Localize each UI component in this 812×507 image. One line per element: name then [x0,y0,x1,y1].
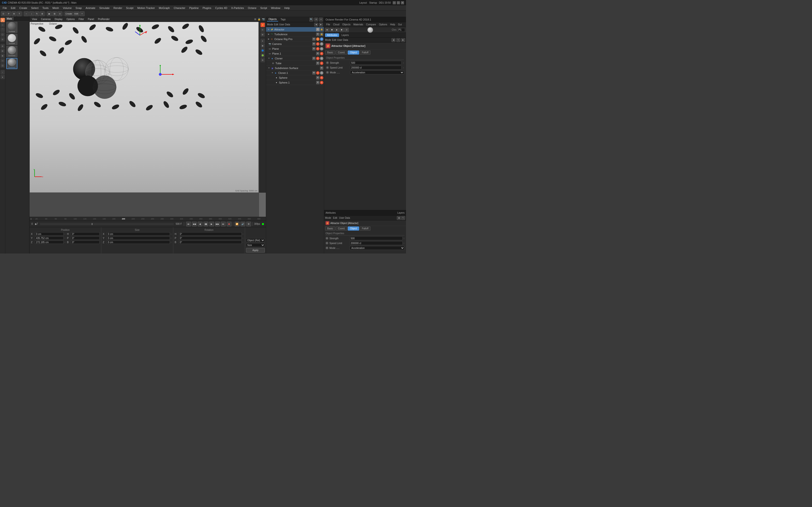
size-x-input[interactable] [107,232,170,236]
interactive-render-btn[interactable]: ⊙ [57,11,62,16]
viewport-grid-icon[interactable]: ⊞ [254,18,256,20]
viewport-view-menu[interactable]: View [31,18,39,21]
menu-render[interactable]: Render [112,6,124,10]
menu-motion-tracker[interactable]: Motion Tracker [136,6,157,10]
oct-chn-input[interactable] [398,28,405,32]
tree-item-tube[interactable]: ⊙ Tube 👁 ● [266,61,324,66]
menu-volume[interactable]: Volume [61,6,73,10]
obj-panel-right-arrow[interactable]: ▶ [319,23,323,26]
render-btn[interactable]: ▶ [47,11,52,16]
plane1-tag1[interactable]: ● [320,52,323,55]
menu-script[interactable]: Script [259,6,269,10]
obj-userdata-btn[interactable]: User Data [279,23,290,26]
size-z-input[interactable] [107,240,170,244]
object-type-select[interactable]: Object (Rel) Object (Abs) World [246,238,265,242]
tree-item-sphere1[interactable]: ● Sphere.1 👁 ● [266,80,324,85]
viewport-lock-icon[interactable]: 🔒 [258,18,260,20]
attrib-falloff-tab[interactable]: Falloff [360,50,370,55]
vp-icon-5[interactable]: ◉ [260,44,265,48]
bottom-mode-select[interactable]: Acceleration Velocity Force [350,246,405,250]
menu-xparticles[interactable]: X-Particles [230,6,246,10]
tool-live-select[interactable]: ⊙ [0,37,5,42]
tube-tag1[interactable]: ● [320,62,323,65]
edit-btn[interactable]: Edit [73,11,79,16]
cam-tag2[interactable]: ● [320,42,323,46]
create-btn[interactable]: Create [64,11,73,16]
clon-tag1[interactable]: ● [316,57,319,60]
attrib-mode-btn[interactable]: Mode [325,39,331,41]
tool-move[interactable]: ✦ [0,18,5,22]
material-tab-current[interactable]: Mats [5,17,14,20]
plane-tag2[interactable]: ● [320,47,323,50]
menu-character[interactable]: Character [172,6,187,10]
viewport-cam-icon[interactable]: 📷 [262,18,265,20]
plane-tag1[interactable]: ● [316,47,319,50]
viewport-display-menu[interactable]: Display [53,18,64,21]
tree-item-cloner[interactable]: ▼ ◈ Cloner 👁 ● ● [266,56,324,61]
material-item-3[interactable]: OctGlos [6,46,17,57]
maximize-button[interactable]: □ [397,1,400,4]
attractor-lock-btn[interactable]: 🔒 [320,28,323,31]
next-key-btn[interactable]: ▶ [209,222,214,226]
clon1-tag2[interactable]: ● [320,71,323,74]
oct-tb-3[interactable]: ▶ [335,28,339,32]
plane-vis-btn[interactable]: 👁 [312,47,316,50]
sph1-tag1[interactable]: ● [320,81,323,84]
clon1-tag1[interactable]: ● [316,71,319,74]
audio-btn[interactable]: 🔊 [241,222,245,226]
tool-brush[interactable]: ▸ [0,75,5,79]
cam-vis-btn[interactable]: 👁 [312,42,316,46]
tree-item-subdivision[interactable]: ▼ ◪ Subdivision Surface 👁 [266,66,324,70]
size-mode-select[interactable]: Size Scale [246,243,265,247]
transform-handle[interactable] [155,65,175,79]
tool-slide[interactable]: ◫ [0,63,5,68]
attrib-tab-attributes[interactable]: Attributes [325,33,339,37]
obj-panel-close-btn[interactable]: ✕ [319,18,323,21]
bottom-userdata-btn[interactable]: User Data [339,217,350,219]
tool-knife[interactable]: ⊘ [0,44,5,48]
vp-icon-8[interactable]: ⚙ [260,58,265,62]
oct-menu-options[interactable]: Options [378,23,388,26]
attractor-vis-btn[interactable]: 👁 [316,28,319,31]
menu-animate[interactable]: Animate [84,6,97,10]
menu-snap[interactable]: Snap [74,6,84,10]
strength-input-top[interactable] [350,61,402,65]
oct-menu-gui[interactable]: Gui [397,23,403,26]
vp-icon-6[interactable]: 🔵 [260,48,265,53]
material-item-2[interactable]: OctDiff [6,34,17,45]
viewport-options-menu[interactable]: Options [65,18,76,21]
bottom-speedlimit-input[interactable] [350,241,403,245]
bottom-edit-btn[interactable]: Edit [333,217,337,219]
prev-key-btn[interactable]: ◀ [198,222,203,226]
next-frame-btn[interactable]: ▶▶ [215,222,220,226]
menu-plugins[interactable]: Plugins [201,6,213,10]
attrib-object-tab[interactable]: Object [348,50,359,55]
tree-item-plane1[interactable]: ▭ Plane.1 👁 ● [266,51,324,56]
bottom-attrib-left[interactable]: ◀ [397,216,401,220]
bottom-coord-tab[interactable]: Coord. [336,226,347,231]
tree-item-sphere[interactable]: ● Sphere 👁 ● [266,75,324,80]
record-btn[interactable]: ⏺ [227,222,232,226]
rot-h-input[interactable] [71,232,100,236]
oct-menu-cloud[interactable]: Cloud [332,23,341,26]
mode-select-top[interactable]: Acceleration Velocity Force [350,70,404,74]
menu-cycles4d[interactable]: Cycles 4D [213,6,229,10]
pos-y-input[interactable] [35,236,63,240]
rotate-tool-btn[interactable]: ↻ [35,11,39,16]
oct-sphere-icon[interactable] [367,27,373,33]
tool-magnet[interactable]: ↓ [0,70,5,74]
pos-x-input[interactable] [35,232,63,236]
tool-select-lasso[interactable]: ⌒ [0,27,5,32]
menu-file[interactable]: File [1,6,9,10]
close-button[interactable]: ✕ [401,1,404,4]
tree-item-attractor[interactable]: ▶ ⚡ Attractor 👁 🔒 [266,27,324,32]
oct-menu-objects[interactable]: Objects [341,23,352,26]
oct-tb-2[interactable]: ⏹ [330,28,334,32]
vp-icon-2[interactable]: ⊙ [260,27,265,32]
tool-select-poly[interactable]: ⬡ [0,32,5,37]
menu-mograph[interactable]: MoGraph [157,6,171,10]
cam-tag1[interactable]: ● [316,42,319,46]
material-item-1[interactable]: OctMat [6,22,17,33]
oct-menu-materials[interactable]: Materials [352,23,364,26]
add-btn[interactable]: + [80,11,85,16]
